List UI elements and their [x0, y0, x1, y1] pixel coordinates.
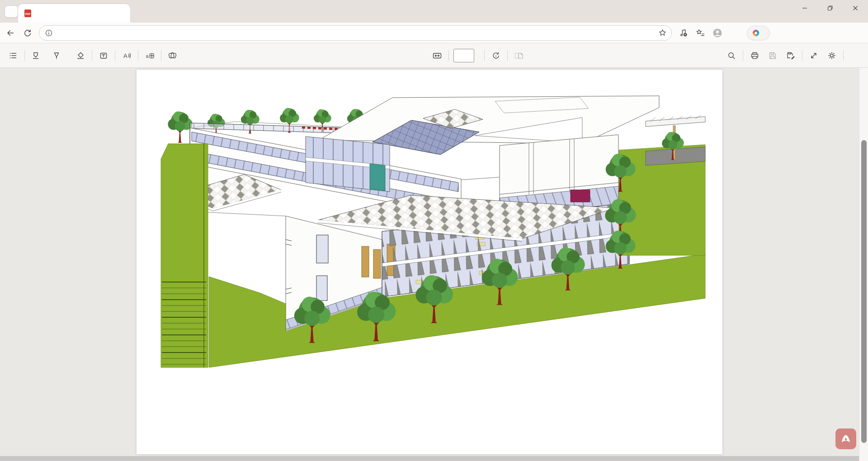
fullscreen-button[interactable] [807, 48, 821, 63]
restore-icon [827, 5, 833, 11]
refresh-button[interactable] [21, 26, 34, 40]
highlighter-icon [31, 51, 40, 60]
browser-window: PDF [0, 0, 868, 461]
pdf-page [137, 70, 722, 454]
address-bar [0, 23, 868, 43]
zoom-in-button[interactable] [412, 48, 426, 63]
separator [161, 50, 161, 61]
save-icon [768, 51, 777, 60]
window-controls [792, 0, 868, 16]
browser-action-icons [676, 26, 770, 40]
separator [507, 50, 508, 61]
draw-button[interactable] [50, 48, 69, 63]
eraser-button[interactable] [74, 48, 87, 63]
back-button[interactable] [4, 26, 17, 40]
new-tab-button[interactable] [134, 6, 146, 17]
save-button [766, 48, 779, 63]
separator [115, 50, 115, 61]
tab-close-icon[interactable] [118, 9, 126, 18]
edit-with-acrobat-button[interactable] [848, 48, 862, 63]
copilot-color-icon [752, 29, 760, 37]
print-icon [750, 51, 760, 60]
tab-aaaa-pdf[interactable]: PDF [18, 4, 130, 23]
pdf-toolbar-right [725, 43, 862, 68]
print-button[interactable] [748, 48, 761, 63]
separator [843, 50, 844, 61]
fit-width-icon [432, 51, 442, 60]
close-icon [852, 5, 859, 11]
window-restore-button[interactable] [817, 0, 843, 16]
window-close-button[interactable] [843, 0, 868, 16]
pdf-toolbar: A a [0, 43, 868, 68]
gear-icon [827, 51, 836, 60]
translate-button[interactable]: a [143, 48, 156, 63]
horizontal-scrollbar[interactable] [0, 456, 859, 461]
expand-icon [809, 51, 818, 60]
scrollbar-thumb[interactable] [861, 140, 867, 443]
pen-icon [52, 51, 61, 60]
avatar-icon [712, 28, 723, 38]
text-box-icon [99, 51, 108, 60]
page-view-button [512, 48, 526, 63]
minimize-icon [802, 5, 808, 11]
page-number-input[interactable] [453, 49, 474, 62]
read-aloud-icon: A [122, 51, 132, 60]
separator [448, 50, 449, 61]
open-in-acrobat-fab[interactable] [835, 428, 856, 449]
media-control-button[interactable] [676, 26, 690, 40]
pdf-settings-button[interactable] [825, 48, 839, 63]
favorites-list-icon [696, 28, 705, 38]
save-as-button[interactable] [784, 48, 797, 63]
table-of-contents-button[interactable] [6, 48, 20, 63]
profile-button[interactable] [711, 26, 724, 40]
pdf-file-icon: PDF [24, 9, 32, 18]
rotate-icon [491, 51, 500, 60]
svg-text:PDF: PDF [25, 13, 31, 15]
copilot-outline-icon [168, 51, 177, 60]
tab-search-button[interactable] [5, 5, 18, 18]
separator [92, 50, 92, 61]
collections-button[interactable] [693, 26, 707, 40]
architectural-rendering [137, 70, 722, 454]
copilot-conversation-button[interactable] [747, 26, 770, 40]
page-view-icon [514, 51, 524, 60]
search-icon [727, 51, 736, 60]
add-text-button[interactable] [97, 48, 110, 63]
scroll-up-button[interactable] [859, 69, 868, 76]
zoom-out-button[interactable] [394, 48, 408, 63]
pdf-toolbar-center [394, 43, 526, 68]
acrobat-icon [839, 433, 853, 445]
search-document-button[interactable] [725, 48, 738, 63]
pdf-toolbar-left: A a [6, 43, 185, 68]
vertical-scrollbar[interactable] [859, 68, 868, 461]
separator [802, 50, 802, 61]
url-field[interactable] [39, 25, 672, 41]
translate-icon: a [145, 51, 155, 60]
music-note-icon [679, 28, 688, 38]
highlighter-button[interactable] [29, 48, 46, 63]
favorite-star-icon[interactable] [658, 28, 667, 37]
separator [24, 50, 25, 61]
rotate-button[interactable] [489, 48, 503, 63]
pdf-viewer [0, 68, 868, 461]
settings-menu-button[interactable] [728, 26, 741, 40]
tab-strip: PDF [0, 0, 868, 23]
separator [138, 50, 138, 61]
toc-icon [9, 51, 18, 60]
window-minimize-button[interactable] [792, 0, 817, 16]
svg-text:a: a [146, 53, 149, 59]
separator [743, 50, 743, 61]
eraser-icon [76, 51, 85, 60]
info-icon[interactable] [45, 29, 53, 37]
refresh-icon [23, 28, 32, 38]
separator [484, 50, 485, 61]
svg-text:A: A [123, 52, 127, 59]
scroll-down-button[interactable] [859, 453, 868, 460]
ask-copilot-button[interactable] [166, 48, 185, 63]
read-aloud-button[interactable]: A [120, 48, 133, 63]
save-as-icon [786, 51, 796, 60]
fit-to-width-button[interactable] [430, 48, 444, 63]
back-icon [6, 28, 15, 38]
